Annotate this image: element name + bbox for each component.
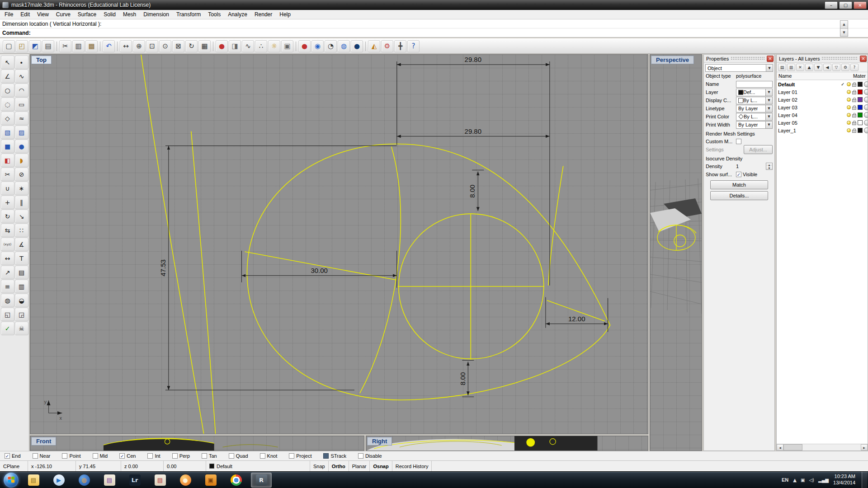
new-sublayer-icon[interactable]: ▥ (787, 64, 795, 71)
show-desktop-button[interactable] (862, 472, 867, 488)
clock-icon[interactable]: ◔ (325, 40, 337, 52)
osnap-checkbox[interactable] (358, 453, 363, 459)
adjust-button[interactable]: Adjust... (744, 145, 773, 154)
menu-help[interactable]: Help (276, 10, 294, 19)
layer-material-icon[interactable] (864, 112, 868, 118)
layer-row[interactable]: Layer 05 ✓ (777, 119, 868, 127)
layer-row[interactable]: Layer 04 ✓ (777, 111, 868, 119)
skull-icon[interactable]: ☠ (15, 322, 28, 335)
layer-visibility-bulb-icon[interactable] (847, 105, 851, 109)
viewport-top[interactable]: Top (30, 54, 648, 434)
osnap-mid[interactable]: Mid (93, 453, 108, 459)
osnap-checkbox[interactable] (62, 453, 67, 459)
text-icon[interactable]: T (15, 252, 28, 265)
name-column-header[interactable]: Name (778, 73, 792, 79)
move-up-icon[interactable]: ▲ (805, 64, 813, 71)
move-down-icon[interactable]: ▼ (814, 64, 822, 71)
layer-visibility-bulb-icon[interactable] (847, 82, 851, 86)
object-name-input[interactable] (736, 81, 773, 88)
properties-page-select[interactable]: Object (705, 64, 773, 72)
pane-planar[interactable]: Planar (349, 461, 370, 471)
new-file-icon[interactable]: ▢ (3, 40, 15, 52)
points-icon[interactable]: ∴ (255, 40, 267, 52)
polygon-icon[interactable]: ◇ (1, 112, 14, 125)
curve-tools-icon[interactable]: ∿ (242, 40, 254, 52)
gumball-icon[interactable]: ╋ (394, 40, 406, 52)
osnap-checkbox[interactable] (93, 453, 98, 459)
viewport-front-label[interactable]: Front (31, 437, 56, 446)
layer-material-icon[interactable] (864, 81, 868, 87)
osnap-checkbox[interactable] (202, 453, 207, 459)
display-color-dropdown[interactable]: By L... (736, 97, 773, 104)
osnap-near[interactable]: Near (33, 453, 51, 459)
layer-lock-icon[interactable] (852, 84, 856, 87)
match-button[interactable]: Match (710, 180, 768, 189)
select-icon[interactable]: ↖ (1, 56, 14, 69)
print-icon[interactable]: ▤ (42, 40, 54, 52)
osnap-int[interactable]: Int (147, 453, 160, 459)
taskbar-lightroom[interactable]: Lr (124, 473, 145, 488)
fillet-icon[interactable]: ◗ (15, 154, 28, 167)
scroll-down-icon[interactable] (840, 29, 848, 37)
print-width-dropdown[interactable]: By Layer (736, 121, 773, 129)
menu-transform[interactable]: Transform (173, 10, 204, 19)
save-icon[interactable]: ◩ (29, 40, 41, 52)
layer-visibility-bulb-icon[interactable] (847, 98, 851, 102)
taskbar-globe-app[interactable]: ◍ (74, 473, 94, 488)
menu-render[interactable]: Render (251, 10, 276, 19)
osnap-checkbox[interactable] (147, 453, 153, 459)
layer-help-icon[interactable]: ? (850, 64, 859, 71)
hidden-icons-button[interactable]: ▲ (793, 478, 797, 483)
volume-icon[interactable]: ◁) (809, 478, 814, 483)
pan-icon[interactable]: ↔ (120, 40, 132, 52)
hide-icon[interactable]: ◍ (1, 294, 14, 307)
zoom-extents-icon[interactable]: ⊠ (172, 40, 184, 52)
osnap-project[interactable]: Project (289, 453, 311, 459)
layer-color-swatch[interactable] (858, 128, 863, 133)
scroll-up-icon[interactable] (840, 21, 848, 29)
box-icon[interactable]: ■ (1, 140, 14, 153)
osnap-end[interactable]: End (5, 453, 21, 459)
language-indicator[interactable]: EN (782, 477, 788, 483)
layer-material-icon[interactable] (864, 104, 868, 110)
osnap-quad[interactable]: Quad (229, 453, 248, 459)
delete-layer-icon[interactable]: ✕ (796, 64, 804, 71)
toolbar-button[interactable] (364, 40, 367, 52)
angle-icon[interactable]: ∡ (15, 238, 28, 251)
loft-icon[interactable]: ▨ (15, 126, 28, 139)
prism-icon[interactable]: ◭ (368, 40, 380, 52)
menu-edit[interactable]: Edit (17, 10, 33, 19)
viewport-perspective[interactable]: Perspective (650, 54, 702, 451)
osnap-checkbox[interactable] (172, 453, 178, 459)
menu-tools[interactable]: Tools (204, 10, 224, 19)
xyz-icon[interactable]: (xyz) (1, 238, 14, 251)
pane-record-history[interactable]: Record History (392, 461, 432, 471)
ellipse-icon[interactable]: ◌ (1, 98, 14, 111)
taskbar-media-app[interactable]: ▶ (48, 473, 69, 488)
viewport-right-label[interactable]: Right (367, 437, 392, 446)
array-icon[interactable]: ∷ (15, 224, 28, 237)
scale-icon[interactable]: ↘ (15, 210, 28, 223)
print-color-dropdown[interactable]: By L... (736, 113, 773, 121)
point-icon[interactable]: ∙ (15, 56, 28, 69)
paint-icon[interactable]: ◨ (229, 40, 241, 52)
zoom-dynamic-icon[interactable]: ⊕ (133, 40, 145, 52)
panel-grip[interactable] (731, 56, 765, 61)
shaded-sphere-icon[interactable]: ◉ (311, 40, 324, 52)
copy-icon[interactable]: ▥ (72, 40, 85, 52)
layer-color-swatch[interactable] (858, 82, 863, 87)
join-icon[interactable]: ∪ (1, 182, 14, 195)
paste-icon[interactable]: ▩ (85, 40, 98, 52)
osnap-checkbox[interactable] (260, 453, 265, 459)
title-bar[interactable]: mask17male.3dm - Rhinoceros (Educational… (0, 0, 868, 10)
close-button[interactable]: × (854, 1, 867, 9)
osnap-knot[interactable]: Knot (260, 453, 278, 459)
help-icon[interactable]: ? (407, 40, 420, 52)
chevron-down-icon[interactable] (765, 113, 772, 120)
layer-lock-icon[interactable] (852, 91, 856, 94)
boolean-icon[interactable]: ◧ (1, 154, 14, 167)
osnap-strack[interactable]: STrack (323, 453, 346, 459)
taskbar-chrome[interactable] (226, 473, 246, 488)
check-icon[interactable]: ✓ (1, 322, 14, 335)
layer-row[interactable]: Layer 01 ✓ (777, 88, 868, 96)
